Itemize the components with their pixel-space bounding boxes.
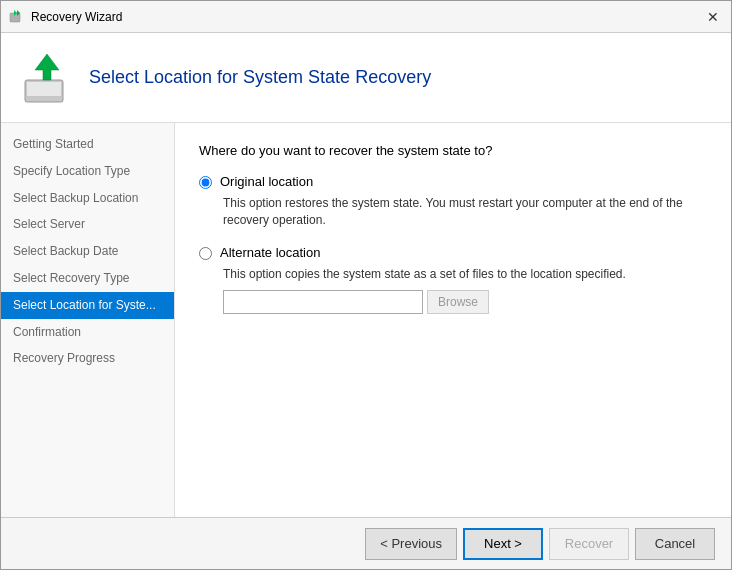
original-location-row: Original location: [199, 174, 707, 189]
sidebar-item-specify-location-type: Specify Location Type: [1, 158, 174, 185]
sidebar-item-select-backup-date: Select Backup Date: [1, 238, 174, 265]
original-location-desc: This option restores the system state. Y…: [223, 195, 707, 229]
footer: < Previous Next > Recover Cancel: [1, 517, 731, 569]
main-question: Where do you want to recover the system …: [199, 143, 707, 158]
alternate-location-desc: This option copies the system state as a…: [223, 266, 707, 283]
page-title: Select Location for System State Recover…: [89, 67, 431, 88]
sidebar-item-recovery-progress: Recovery Progress: [1, 345, 174, 372]
sidebar-item-select-recovery-type: Select Recovery Type: [1, 265, 174, 292]
alternate-location-label[interactable]: Alternate location: [220, 245, 320, 260]
header-icon: [21, 52, 73, 104]
original-location-radio[interactable]: [199, 176, 212, 189]
previous-button[interactable]: < Previous: [365, 528, 457, 560]
recovery-wizard-window: Recovery Wizard ✕ Select Location for Sy…: [0, 0, 732, 570]
sidebar-item-select-server: Select Server: [1, 211, 174, 238]
sidebar-item-getting-started: Getting Started: [1, 131, 174, 158]
sidebar: Getting Started Specify Location Type Se…: [1, 123, 175, 517]
alternate-location-input[interactable]: [223, 290, 423, 314]
next-button[interactable]: Next >: [463, 528, 543, 560]
svg-marker-5: [35, 54, 59, 80]
title-bar-left: Recovery Wizard: [9, 9, 122, 25]
alternate-location-row: Alternate location: [199, 245, 707, 260]
sidebar-item-select-backup-location: Select Backup Location: [1, 185, 174, 212]
sidebar-item-select-location: Select Location for Syste...: [1, 292, 174, 319]
wizard-header: Select Location for System State Recover…: [1, 33, 731, 123]
original-location-label[interactable]: Original location: [220, 174, 313, 189]
close-button[interactable]: ✕: [703, 7, 723, 27]
original-location-option-group: Original location This option restores t…: [199, 174, 707, 229]
svg-rect-4: [27, 82, 61, 96]
main-content: Where do you want to recover the system …: [175, 123, 731, 517]
recover-button[interactable]: Recover: [549, 528, 629, 560]
alternate-location-input-row: Browse: [223, 290, 707, 314]
alternate-location-option-group: Alternate location This option copies th…: [199, 245, 707, 315]
wizard-title-icon: [9, 9, 25, 25]
title-bar: Recovery Wizard ✕: [1, 1, 731, 33]
sidebar-item-confirmation: Confirmation: [1, 319, 174, 346]
browse-button[interactable]: Browse: [427, 290, 489, 314]
cancel-button[interactable]: Cancel: [635, 528, 715, 560]
title-bar-text: Recovery Wizard: [31, 10, 122, 24]
alternate-location-radio[interactable]: [199, 247, 212, 260]
content-area: Getting Started Specify Location Type Se…: [1, 123, 731, 517]
